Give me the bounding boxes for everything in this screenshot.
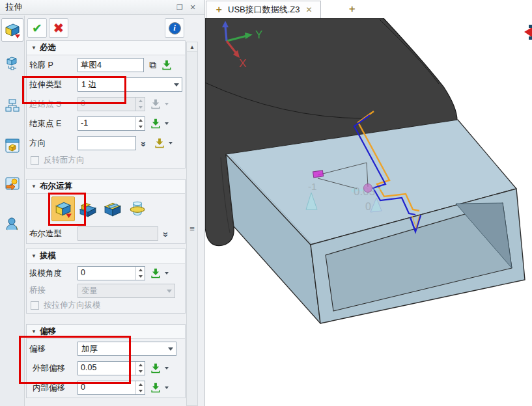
ghost-sphere xyxy=(364,184,372,193)
boolean-remove-button[interactable] xyxy=(101,196,124,221)
boolean-intersect-button[interactable] xyxy=(126,196,149,221)
axis-x-label: X xyxy=(239,57,246,70)
boolean-remove-icon xyxy=(104,200,122,218)
draft-angle-label: 拔模角度 xyxy=(29,268,77,279)
outer-offset-spinner[interactable] xyxy=(135,362,145,375)
new-tab-button[interactable]: ＋ xyxy=(347,3,357,15)
inner-offset-spinner[interactable] xyxy=(135,381,145,394)
section-draft: ▼拔模 拔模角度 0 桥接 变量 xyxy=(26,249,186,314)
expand-chevron-icon[interactable]: » xyxy=(139,138,150,148)
section-required: ▼必选 轮廓 P 草图4 ⧉ 拉伸类型 1 边 起始点 S xyxy=(26,40,186,169)
start-point-input[interactable]: 0 xyxy=(77,97,145,111)
start-point-row: 起始点 S 0 xyxy=(27,94,185,114)
confirm-button[interactable]: ✔ xyxy=(27,18,47,38)
boolean-base-button[interactable] xyxy=(51,196,75,221)
scroll-up-icon[interactable]: ▲ xyxy=(187,42,197,52)
start-options-arrow-icon[interactable] xyxy=(165,103,169,105)
window-cube-icon xyxy=(5,138,20,154)
start-point-label: 起始点 S xyxy=(29,99,77,110)
inner-offset-label: 内部偏移 xyxy=(29,383,77,394)
collapse-icon: ▼ xyxy=(31,183,36,189)
restore-icon[interactable]: ❐ xyxy=(175,2,185,12)
draft-angle-input[interactable]: 0 xyxy=(77,266,145,280)
end-point-input[interactable]: -1 xyxy=(77,116,145,131)
expand-chevron-icon[interactable]: » xyxy=(161,228,172,239)
sidebar-tab-extrude[interactable] xyxy=(1,18,23,42)
extrude-type-label: 拉伸类型 xyxy=(29,79,77,90)
inner-offset-options-arrow-icon[interactable] xyxy=(165,386,169,389)
boolean-shape-input[interactable] xyxy=(77,226,158,241)
info-button[interactable]: i xyxy=(165,18,184,38)
dialog-toolbar: ✔ ✖ i xyxy=(25,16,204,40)
splitter-grip-icon[interactable]: ≡ xyxy=(187,226,197,232)
direction-pick-button[interactable] xyxy=(154,137,165,149)
bridge-dropdown[interactable]: 变量 xyxy=(77,284,175,298)
boolean-add-icon xyxy=(79,200,97,218)
ghost-end-value: -1 xyxy=(308,181,316,192)
direction-label: 方向 xyxy=(29,138,77,149)
dock-arrow-icon[interactable] xyxy=(524,25,532,40)
panel-sidebar xyxy=(0,16,25,406)
end-options-arrow-icon[interactable] xyxy=(165,122,169,125)
check-icon: ✔ xyxy=(32,21,42,36)
tab-usb-document[interactable]: ＋ USB接口数据线.Z3 ✕ xyxy=(206,1,321,18)
profile-pick-button[interactable] xyxy=(161,59,173,71)
outer-offset-label: 外部偏移 xyxy=(29,363,77,374)
draft-angle-pick-button[interactable] xyxy=(150,267,161,279)
offset-mode-dropdown[interactable]: 加厚 xyxy=(77,342,176,356)
close-icon[interactable]: ✕ xyxy=(188,2,198,12)
profile-label: 轮廓 P xyxy=(29,60,77,71)
draft-angle-row: 拔模角度 0 xyxy=(27,264,185,283)
section-draft-header[interactable]: ▼拔模 xyxy=(27,249,185,264)
direction-input[interactable] xyxy=(77,136,136,150)
sidebar-tab-view[interactable] xyxy=(3,137,21,155)
boolean-shape-row: 布尔造型 » xyxy=(27,224,185,243)
section-required-header[interactable]: ▼必选 xyxy=(27,41,185,55)
cancel-button[interactable]: ✖ xyxy=(49,18,68,38)
pick-arrow-icon xyxy=(150,118,161,129)
bridge-row: 桥接 变量 xyxy=(27,283,185,298)
end-pick-button[interactable] xyxy=(150,118,161,129)
outer-offset-options-arrow-icon[interactable] xyxy=(165,367,169,370)
wireframe-cube-icon xyxy=(5,55,20,70)
boolean-base-icon xyxy=(54,200,72,218)
direction-options-arrow-icon[interactable] xyxy=(169,142,173,144)
panel-scrollbar[interactable]: ▲ ≡ xyxy=(186,42,198,406)
draft-angle-options-arrow-icon[interactable] xyxy=(165,272,169,275)
start-pick-button[interactable] xyxy=(150,98,161,110)
inner-offset-pick-button[interactable] xyxy=(150,382,161,394)
profile-input[interactable]: 草图4 xyxy=(77,58,144,72)
pick-arrow-icon xyxy=(150,382,161,394)
image-sun-icon xyxy=(5,176,20,191)
copy-icon[interactable]: ⧉ xyxy=(149,59,156,71)
boolean-add-button[interactable] xyxy=(76,196,100,221)
reverse-face-row: 反转面方向 xyxy=(27,153,185,168)
dropdown-arrow-icon xyxy=(174,83,179,87)
profile-row: 轮廓 P 草图4 ⧉ xyxy=(27,55,185,75)
sidebar-tab-manager[interactable] xyxy=(3,53,21,72)
extrude-dialog: 拉伸 ❐ ✕ xyxy=(0,0,205,406)
viewport-3d[interactable]: -1 0.05 0 Y X xyxy=(205,18,532,406)
dropdown-arrow-icon xyxy=(167,290,172,293)
outer-offset-pick-button[interactable] xyxy=(150,362,161,374)
inner-offset-input[interactable]: 0 xyxy=(77,381,145,395)
section-offset-title: 偏移 xyxy=(40,327,56,336)
sidebar-tab-user[interactable] xyxy=(3,215,21,233)
tab-close-icon[interactable]: ✕ xyxy=(306,5,313,14)
start-spinner[interactable] xyxy=(135,98,145,111)
sidebar-tab-visualize[interactable] xyxy=(3,174,21,193)
axis-y-label: Y xyxy=(255,29,262,41)
offset-mode-label: 偏移 xyxy=(29,344,77,355)
outer-offset-input[interactable]: 0.05 xyxy=(77,361,145,375)
sidebar-tab-history[interactable] xyxy=(3,96,21,115)
section-draft-title: 拔模 xyxy=(40,251,56,260)
reverse-face-checkbox[interactable] xyxy=(31,156,39,165)
section-boolean-header[interactable]: ▼布尔运算 xyxy=(27,180,185,194)
draft-by-direction-checkbox[interactable] xyxy=(31,301,39,310)
section-offset-header[interactable]: ▼偏移 xyxy=(27,325,185,339)
draft-angle-spinner[interactable] xyxy=(135,267,145,280)
ghost-zero-value: 0 xyxy=(365,201,371,212)
extrude-type-dropdown[interactable]: 1 边 xyxy=(77,77,182,92)
end-spinner[interactable] xyxy=(135,117,145,130)
dialog-titlebar[interactable]: 拉伸 ❐ ✕ xyxy=(0,0,204,15)
